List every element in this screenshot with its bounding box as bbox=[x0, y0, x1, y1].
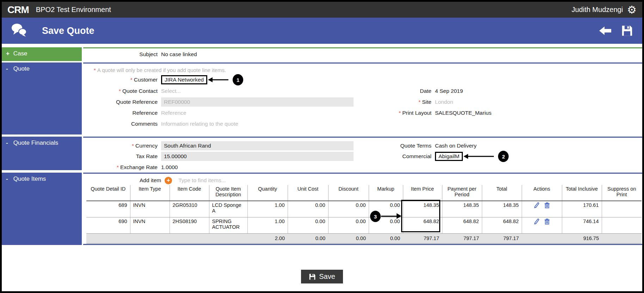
print-layout-value[interactable]: SALESQUOTE_Marius bbox=[435, 110, 491, 116]
exchange-rate-label: *Exchange Rate bbox=[83, 164, 161, 171]
collapse-icon[interactable]: - bbox=[6, 175, 12, 183]
total-quantity: 2.00 bbox=[247, 233, 288, 243]
tax-rate-label: Tax Rate bbox=[83, 153, 161, 160]
save-button[interactable]: Save bbox=[301, 270, 343, 283]
cell-total-inclusive: 170.61 bbox=[562, 201, 602, 217]
table-row: 689 INVN 2GR05310 LCD Sponge A 1.00 0.00… bbox=[86, 201, 642, 217]
section-title-quote-financials: Quote Financials bbox=[13, 139, 59, 146]
cell-item-type: INVN bbox=[130, 217, 170, 233]
cell-unit-cost: 0.00 bbox=[288, 217, 328, 233]
total-discount: 0.00 bbox=[328, 233, 369, 243]
reference-label: Reference bbox=[83, 110, 161, 116]
currency-label: *Currency bbox=[83, 143, 161, 149]
cell-total: 648.82 bbox=[482, 217, 522, 233]
quote-hint: * A quote will only be created if you ad… bbox=[83, 66, 642, 74]
add-item-label: Add item bbox=[140, 177, 161, 184]
quote-terms-value[interactable]: Cash on Delivery bbox=[435, 143, 477, 149]
col-suppress-on-print: Suppress on Print bbox=[602, 185, 642, 201]
col-quantity: Quantity bbox=[247, 185, 288, 201]
user-name[interactable]: Judith Mudzengi bbox=[571, 6, 623, 14]
subject-label: Subject bbox=[83, 51, 161, 58]
crm-logo: CRM bbox=[7, 4, 29, 16]
title-bar: Save Quote bbox=[2, 18, 642, 44]
cell-unit-cost: 0.00 bbox=[288, 201, 328, 217]
find-items-input[interactable] bbox=[178, 177, 290, 184]
save-icon[interactable] bbox=[621, 25, 633, 37]
section-quote: - Quote * A quote will only be created i… bbox=[2, 62, 642, 134]
cell-total: 148.35 bbox=[482, 201, 522, 217]
total-markup: 0.00 bbox=[369, 233, 403, 243]
quote-reference-field[interactable]: REF00000 bbox=[161, 97, 354, 107]
back-arrow-icon[interactable] bbox=[599, 26, 612, 36]
col-total-inclusive: Total Inclusive bbox=[562, 185, 602, 201]
annotation-badge-3: 3 bbox=[370, 211, 381, 222]
section-header-quote[interactable]: - Quote bbox=[2, 62, 82, 134]
quote-reference-label: Quote Reference bbox=[83, 99, 161, 105]
annotation-arrowhead-3 bbox=[397, 213, 401, 219]
cell-payment-per-period: 648.82 bbox=[442, 217, 482, 233]
cell-quantity: 1.00 bbox=[247, 201, 288, 217]
edit-pencil-icon[interactable] bbox=[534, 220, 541, 226]
quote-contact-field[interactable]: Select... bbox=[161, 88, 181, 94]
date-value[interactable]: 4 Sep 2019 bbox=[435, 88, 463, 94]
cell-suppress[interactable] bbox=[602, 217, 642, 233]
section-title-quote-items: Quote Items bbox=[13, 175, 46, 182]
site-label: *Site bbox=[354, 99, 435, 105]
cell-detail-id: 690 bbox=[86, 217, 130, 233]
gear-icon[interactable]: ⚙ bbox=[627, 5, 637, 15]
collapse-icon[interactable]: - bbox=[6, 65, 12, 72]
cell-discount: 0.00 bbox=[328, 201, 369, 217]
currency-field[interactable]: South African Rand bbox=[161, 141, 354, 150]
date-label: Date bbox=[354, 88, 435, 94]
quote-terms-label: Quote Terms bbox=[354, 143, 435, 149]
delete-trash-icon[interactable] bbox=[544, 204, 550, 209]
cell-discount: 0.00 bbox=[328, 217, 369, 233]
customer-field[interactable]: JIRA Networked bbox=[161, 75, 207, 84]
commercial-label: Commercial bbox=[354, 153, 435, 160]
col-total: Total bbox=[482, 185, 522, 201]
reference-field[interactable]: Reference bbox=[161, 110, 186, 116]
col-description: Quote Item Description bbox=[209, 185, 247, 201]
edit-pencil-icon[interactable] bbox=[534, 204, 541, 209]
quote-contact-label: *Quote Contact bbox=[83, 88, 161, 94]
annotation-badge-2: 2 bbox=[498, 151, 509, 162]
col-item-code: Item Code bbox=[170, 185, 209, 201]
table-header-row: Quote Detail ID Item Type Item Code Quot… bbox=[86, 185, 642, 201]
environment-title: BPO2 Test Environment bbox=[36, 6, 111, 14]
section-body-quote-financials: *Currency South African Rand Quote Terms… bbox=[83, 137, 642, 170]
add-item-plus-icon[interactable]: + bbox=[165, 177, 172, 184]
exchange-rate-value[interactable]: 1.0000 bbox=[161, 164, 178, 171]
col-item-type: Item Type bbox=[130, 185, 170, 201]
expand-icon[interactable]: + bbox=[6, 50, 12, 57]
col-quote-detail-id: Quote Detail ID bbox=[86, 185, 130, 201]
cell-item-code: 2HS08190 bbox=[170, 217, 209, 233]
annotation-arrow-3 bbox=[381, 216, 397, 217]
cell-item-type: INVN bbox=[130, 201, 170, 217]
item-price-highlight-box bbox=[401, 200, 440, 232]
col-item-price: Item Price bbox=[403, 185, 442, 201]
cell-description: SPRING ACTUATOR bbox=[209, 217, 247, 233]
site-value[interactable]: London bbox=[435, 99, 453, 105]
collapse-icon[interactable]: - bbox=[6, 139, 12, 146]
page-title: Save Quote bbox=[42, 25, 94, 36]
crm-save-quote-page: CRM BPO2 Test Environment Judith Mudzeng… bbox=[0, 0, 644, 293]
comments-field[interactable]: Information relating to the quote bbox=[161, 121, 238, 127]
chat-icon[interactable] bbox=[11, 23, 27, 38]
cell-suppress[interactable] bbox=[602, 201, 642, 217]
total-total: 797.17 bbox=[482, 233, 522, 243]
section-header-quote-financials[interactable]: - Quote Financials bbox=[2, 137, 82, 170]
section-title-quote: Quote bbox=[13, 65, 30, 72]
section-quote-financials: - Quote Financials *Currency South Afric… bbox=[2, 137, 642, 170]
delete-trash-icon[interactable] bbox=[544, 220, 550, 226]
section-case: + Case Subject No case linked bbox=[2, 47, 642, 61]
section-quote-items: - Quote Items Add item + bbox=[2, 173, 642, 245]
section-header-quote-items[interactable]: - Quote Items bbox=[2, 173, 82, 245]
commercial-field[interactable]: AbigailM bbox=[435, 152, 463, 161]
section-header-case[interactable]: + Case bbox=[2, 47, 82, 61]
section-body-quote: * A quote will only be created if you ad… bbox=[83, 62, 642, 134]
quote-items-table: Quote Detail ID Item Type Item Code Quot… bbox=[86, 185, 642, 244]
annotation-badge-1: 1 bbox=[233, 74, 243, 85]
cell-payment-per-period: 148.35 bbox=[442, 201, 482, 217]
cell-quantity: 1.00 bbox=[247, 217, 288, 233]
tax-rate-field[interactable]: 15.00000 bbox=[161, 152, 354, 161]
